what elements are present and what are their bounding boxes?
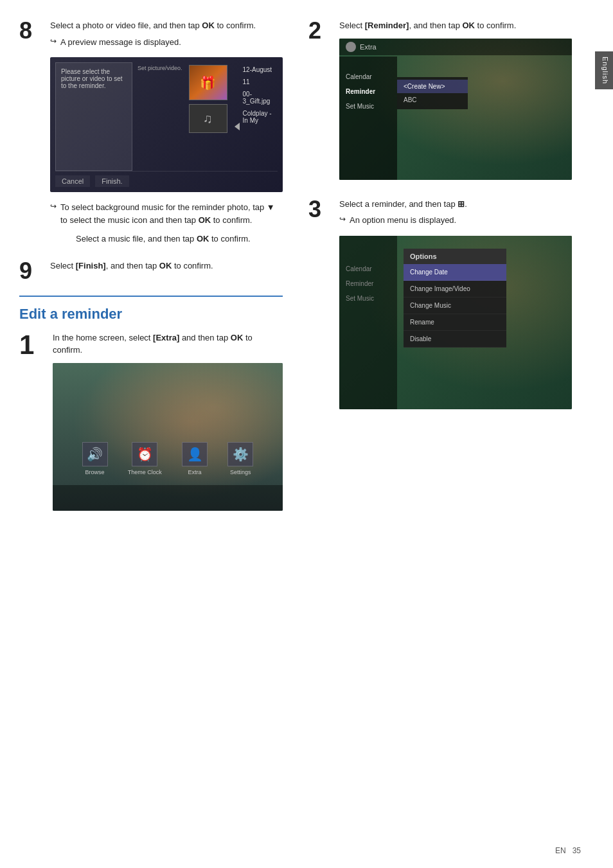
screenshot-file-select: Please select the picture or video to se… [50, 57, 283, 192]
option-disable: Disable [404, 331, 506, 348]
step-8-bullet-2: ↪ To select background music for the rem… [50, 201, 283, 229]
step-8: 8 Select a photo or video file, and then… [19, 19, 283, 251]
language-tab: English [595, 51, 613, 89]
ss1-bottom-bar: Cancel Finish. [55, 171, 278, 187]
step-8-text: Select a photo or video file, and then t… [50, 19, 283, 32]
section-divider [19, 296, 283, 297]
step-1-text: In the home screen, select [Extra] and t… [53, 332, 283, 357]
settings-icon: ⚙️ [227, 442, 253, 466]
step-8-content: Select a photo or video file, and then t… [50, 19, 283, 251]
screenshot-extra-menu: Extra Calendar Reminder Set Music <Creat… [339, 39, 572, 180]
file-item-1: 12-August [243, 65, 275, 75]
arrow-icon-2: ↪ [50, 202, 57, 211]
step-number-8: 8 [19, 19, 45, 42]
step-1-content: In the home screen, select [Extra] and t… [53, 332, 283, 520]
themeclock-icon: ⏰ [132, 442, 157, 466]
ss1-music-thumb: ♫ [189, 104, 227, 133]
option-rename: Rename [404, 314, 506, 331]
step-3-bullet: ↪ An option menu is displayed. [339, 214, 572, 229]
step-2: 2 Select [Reminder], and then tap OK to … [308, 19, 572, 189]
screenshot-home-screen: 🔊 Browse ⏰ Theme Clock 👤 Extra ⚙️ [53, 363, 283, 511]
browse-icon: 🔊 [82, 442, 108, 466]
browse-label: Browse [85, 469, 105, 475]
finish-button-ss: Finish. [95, 175, 129, 187]
extra-sidebar: Calendar Reminder Set Music [339, 57, 397, 180]
step-3-content: Select a reminder, and then tap ⊞. ↪ An … [339, 198, 572, 418]
step-2-text: Select [Reminder], and then tap OK to co… [339, 19, 572, 32]
home-icon-settings: ⚙️ Settings [227, 442, 253, 475]
opt-menu-reminder: Reminder [339, 276, 397, 291]
home-bottom-bar [53, 485, 283, 511]
step-2-content: Select [Reminder], and then tap OK to co… [339, 19, 572, 189]
ss1-img-thumb: 🎁 [189, 65, 227, 100]
extra-header-label: Extra [360, 43, 377, 51]
opt-menu-setmusic: Set Music [339, 291, 397, 306]
arrow-icon-1: ↪ [50, 37, 57, 46]
settings-label: Settings [230, 469, 251, 475]
home-icon-browse: 🔊 Browse [82, 442, 108, 475]
footer-lang: EN [555, 846, 566, 855]
step-8-indent: Select a music file, and then tap OK to … [76, 233, 283, 245]
extra-header: Extra [339, 39, 572, 55]
extra-list-item-create: <Create New> [397, 80, 468, 93]
file-item-4: Coldplay - In My [243, 109, 275, 125]
ss1-right-panel: 12-August 11 00-3_Gift.jpg Coldplay - In… [240, 62, 278, 171]
step-9-content: Select [Finish], and then tap OK to conf… [50, 260, 283, 275]
themeclock-label: Theme Clock [128, 469, 162, 475]
home-icon-extra: 👤 Extra [182, 442, 208, 475]
page-footer: EN 35 [555, 846, 581, 855]
arrow-left-icon [235, 123, 240, 130]
extra-content: Extra Calendar Reminder Set Music <Creat… [339, 39, 572, 180]
arrow-icon-3: ↪ [339, 215, 346, 224]
cancel-button-ss: Cancel [55, 175, 90, 187]
step-3: 3 Select a reminder, and then tap ⊞. ↪ A… [308, 198, 572, 418]
options-title: Options [404, 249, 506, 264]
home-icons-row: 🔊 Browse ⏰ Theme Clock 👤 Extra ⚙️ [53, 442, 283, 475]
opt-menu-calendar: Calendar [339, 261, 397, 276]
section-heading-edit: Edit a reminder [19, 306, 283, 323]
extra-menu-reminder: Reminder [339, 84, 397, 99]
option-change-image: Change Image/Video [404, 281, 506, 297]
step-9-text: Select [Finish], and then tap OK to conf… [50, 260, 283, 272]
home-icon-themeclock: ⏰ Theme Clock [128, 442, 162, 475]
footer-page: 35 [573, 846, 581, 855]
extra-list-item-abc: ABC [397, 93, 468, 107]
step-9: 9 Select [Finish], and then tap OK to co… [19, 260, 283, 283]
option-change-music: Change Music [404, 297, 506, 314]
right-column: 2 Select [Reminder], and then tap OK to … [296, 19, 572, 529]
screenshot-options-menu: Calendar Reminder Set Music Options Chan… [339, 236, 572, 409]
file-item-2: 11 [243, 77, 275, 87]
options-sidebar: Calendar Reminder Set Music [339, 236, 397, 409]
step-number-9: 9 [19, 260, 45, 283]
ss1-left-panel: Please select the picture or video to se… [55, 62, 132, 171]
extra-label: Extra [188, 469, 202, 475]
extra-list: <Create New> ABC [397, 77, 468, 109]
file-item-3: 00-3_Gift.jpg [243, 89, 275, 106]
step-number-3: 3 [308, 198, 334, 221]
extra-menu-setmusic: Set Music [339, 99, 397, 114]
step-3-text: Select a reminder, and then tap ⊞. [339, 198, 572, 211]
step-number-1: 1 [19, 332, 48, 359]
ss1-middle-panel: 🎁 ♫ [182, 62, 234, 171]
step-1-edit: 1 In the home screen, select [Extra] and… [19, 332, 283, 520]
ss1-middle-label: Set picture/video. [138, 65, 182, 71]
extra-icon: 👤 [182, 442, 208, 466]
extra-header-icon [346, 42, 356, 52]
options-box: Options Change Date Change Image/Video C… [404, 249, 506, 348]
option-change-date: Change Date [404, 264, 506, 281]
extra-menu-calendar: Calendar [339, 69, 397, 84]
left-column: 8 Select a photo or video file, and then… [19, 19, 296, 529]
step-8-bullet-1: ↪ A preview message is displayed. [50, 36, 283, 51]
step-number-2: 2 [308, 19, 334, 42]
